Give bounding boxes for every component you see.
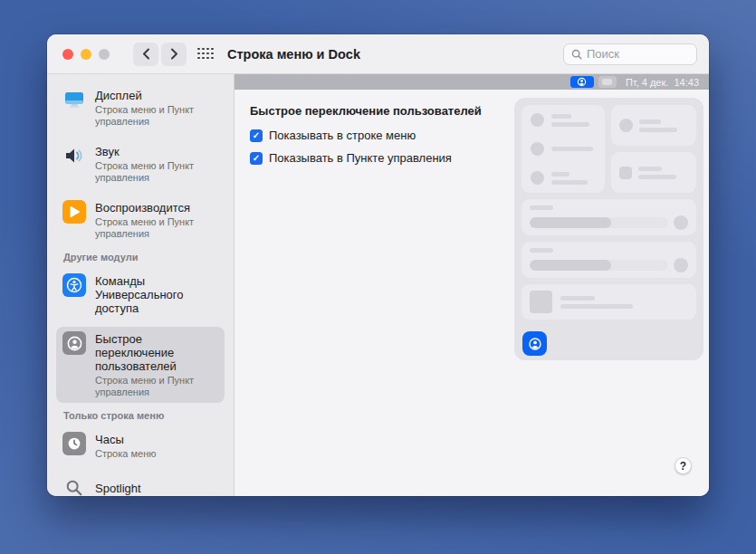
nav-buttons xyxy=(133,43,187,66)
chevron-left-icon xyxy=(141,48,151,60)
clock-icon xyxy=(62,432,86,455)
checkbox-show-in-control-center[interactable]: ✓ Показывать в Пункте управления xyxy=(250,151,452,165)
sidebar-item-subtitle: Строка меню и Пункт управления xyxy=(95,216,218,240)
search-icon xyxy=(571,49,582,60)
menu-bar-datetime: Пт, 4 дек. 14:43 xyxy=(626,77,699,88)
preferences-window: Строка меню и Dock Поиск Дисплей Строка … xyxy=(47,34,709,496)
sidebar-item-label: Быстрое переключение пользователей xyxy=(95,331,218,373)
spotlight-icon xyxy=(62,476,86,496)
show-all-grid-icon[interactable] xyxy=(197,48,215,61)
zoom-button xyxy=(99,49,110,60)
preview-slider-card-1 xyxy=(522,199,696,235)
sidebar-item-spotlight[interactable]: Spotlight xyxy=(56,472,225,496)
sidebar-section-menu-bar-only: Только строка меню xyxy=(63,410,225,421)
desktop: { "window": { "title": "Строка меню и Do… xyxy=(0,0,756,554)
dimmed-menu-icon xyxy=(598,76,617,88)
forward-button[interactable] xyxy=(161,43,187,66)
sidebar-item-subtitle: Строка меню xyxy=(95,448,156,460)
sidebar-item-subtitle: Строка меню и Пункт управления xyxy=(95,160,218,184)
fast-user-switching-menu-icon xyxy=(570,76,594,88)
preview-small-card-2 xyxy=(611,152,696,193)
preview-now-playing-card xyxy=(522,284,696,320)
sidebar-item-sound[interactable]: Звук Строка меню и Пункт управления xyxy=(56,139,225,188)
sidebar-item-label: Звук xyxy=(95,144,218,158)
minimize-button[interactable] xyxy=(81,49,91,60)
checkbox-show-in-menu-bar[interactable]: ✓ Показывать в строке меню xyxy=(250,129,416,142)
search-input[interactable]: Поиск xyxy=(563,43,697,65)
sidebar-item-label: Дисплей xyxy=(95,88,218,102)
control-center-preview xyxy=(514,98,703,360)
preview-slider-card-2 xyxy=(522,242,696,278)
now-playing-icon xyxy=(62,200,86,224)
sidebar-item-now-playing[interactable]: Воспроизводится Строка меню и Пункт упра… xyxy=(56,196,225,244)
sidebar-item-label: Воспроизводится xyxy=(95,200,218,215)
content-pane: Пт, 4 дек. 14:43 Быстрое переключение по… xyxy=(234,74,709,496)
pane-heading: Быстрое переключение пользователей xyxy=(250,104,482,118)
sidebar-item-label: Команды Универсального доступа xyxy=(95,273,218,315)
fast-user-switching-control-icon xyxy=(522,331,547,356)
chevron-right-icon xyxy=(169,48,179,60)
sidebar-item-label: Spotlight xyxy=(95,481,141,495)
back-button[interactable] xyxy=(133,43,158,66)
sidebar-item-clock[interactable]: Часы Строка меню xyxy=(56,427,225,464)
preview-toggles-card xyxy=(522,105,605,193)
search-placeholder: Поиск xyxy=(587,47,619,61)
fast-user-switching-icon xyxy=(62,331,86,355)
sidebar-item-display[interactable]: Дисплей Строка меню и Пункт управления xyxy=(56,83,225,132)
accessibility-icon xyxy=(62,273,86,297)
window-title: Строка меню и Dock xyxy=(227,47,360,62)
traffic-lights xyxy=(62,49,110,60)
checkbox-label: Показывать в Пункте управления xyxy=(269,151,452,165)
sidebar-item-fast-user-switching[interactable]: Быстрое переключение пользователей Строк… xyxy=(56,327,225,403)
sidebar-item-subtitle: Строка меню и Пункт управления xyxy=(95,104,218,128)
display-icon xyxy=(62,88,86,111)
sidebar-section-other-modules: Другие модули xyxy=(63,252,225,263)
sidebar: Дисплей Строка меню и Пункт управления З… xyxy=(47,74,234,496)
sidebar-item-subtitle: Строка меню и Пункт управления xyxy=(95,375,218,398)
help-button[interactable]: ? xyxy=(675,457,692,474)
checkbox-checked-icon[interactable]: ✓ xyxy=(250,129,263,142)
checkbox-label: Показывать в строке меню xyxy=(269,129,416,142)
close-button[interactable] xyxy=(62,49,73,60)
sidebar-item-accessibility-shortcuts[interactable]: Команды Универсального доступа xyxy=(56,269,225,320)
checkbox-checked-icon[interactable]: ✓ xyxy=(250,152,263,165)
menu-bar-preview: Пт, 4 дек. 14:43 xyxy=(234,74,709,90)
sidebar-item-label: Часы xyxy=(95,432,156,446)
sound-icon xyxy=(62,144,86,167)
window-toolbar: Строка меню и Dock Поиск xyxy=(47,34,709,74)
preview-small-card-1 xyxy=(611,105,696,146)
